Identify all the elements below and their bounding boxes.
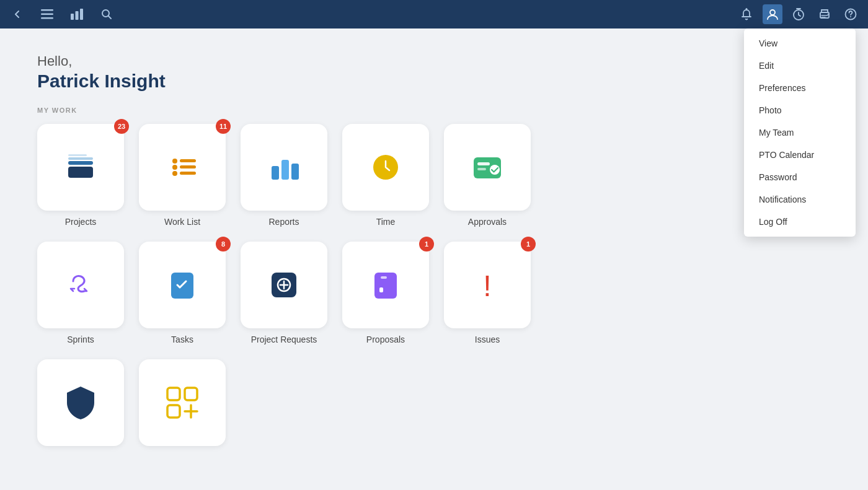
tile-wrapper-apps: [139, 359, 226, 446]
main-content: Hello, Patrick Insight MY WORK 23 Projec…: [0, 28, 868, 490]
projects-icon: [59, 146, 102, 189]
tile-time[interactable]: [342, 124, 429, 211]
dropdown-item-view[interactable]: View: [744, 32, 856, 55]
tile-issues[interactable]: 1 !: [444, 242, 531, 328]
timer-icon[interactable]: [789, 4, 808, 24]
help-icon[interactable]: [841, 4, 861, 24]
tile-project-requests[interactable]: [241, 242, 327, 328]
time-icon: [364, 146, 407, 189]
svg-rect-5: [80, 9, 83, 20]
svg-rect-4: [76, 11, 79, 20]
badge-tasks: 8: [216, 237, 231, 252]
section-label: MY WORK: [37, 107, 831, 114]
dropdown-item-pto-calendar[interactable]: PTO Calendar: [744, 144, 856, 166]
svg-rect-0: [41, 9, 53, 11]
proposals-icon: [364, 263, 407, 307]
tile-security[interactable]: [37, 359, 124, 446]
svg-rect-32: [477, 162, 490, 165]
svg-point-22: [172, 165, 177, 170]
svg-point-20: [172, 159, 177, 164]
label-reports: Reports: [268, 217, 299, 227]
label-tasks: Tasks: [171, 335, 193, 344]
tile-wrapper-projects: 23 Projects: [37, 124, 124, 227]
dropdown-item-my-team[interactable]: My Team: [744, 121, 856, 144]
print-icon[interactable]: [815, 4, 835, 24]
tasks-icon: [161, 263, 204, 307]
user-icon[interactable]: [763, 4, 782, 24]
svg-rect-3: [71, 14, 74, 20]
dropdown-item-preferences[interactable]: Preferences: [744, 77, 856, 99]
svg-rect-27: [272, 166, 279, 180]
tile-wrapper-approvals: Approvals: [444, 124, 531, 227]
dropdown-item-log-off[interactable]: Log Off: [744, 211, 856, 233]
tile-wrapper-sprints: Sprints: [37, 242, 124, 344]
svg-rect-42: [167, 388, 180, 400]
svg-rect-15: [68, 161, 93, 165]
dropdown-item-notifications[interactable]: Notifications: [744, 188, 856, 211]
badge-proposals: 1: [419, 237, 434, 252]
svg-rect-18: [68, 167, 93, 178]
tile-apps[interactable]: [139, 359, 226, 446]
security-icon: [59, 381, 102, 424]
tile-wrapper-issues: 1 ! Issues: [444, 242, 531, 344]
svg-rect-25: [180, 172, 196, 175]
search-icon[interactable]: [97, 4, 117, 24]
svg-rect-28: [281, 160, 289, 180]
tile-grid-row3: [37, 359, 831, 446]
greeting-name: Patrick Insight: [37, 71, 831, 92]
project-requests-icon: [262, 263, 306, 307]
back-icon[interactable]: [7, 4, 27, 24]
svg-point-13: [850, 16, 851, 17]
svg-rect-17: [68, 154, 87, 156]
tile-wrapper-security: [37, 359, 124, 446]
greeting-sub: Hello,: [37, 53, 831, 69]
tile-wrapper-worklist: 11 Work List: [139, 124, 226, 227]
tile-projects[interactable]: 23: [37, 124, 124, 211]
svg-point-7: [746, 8, 748, 10]
tile-wrapper-time: Time: [342, 124, 429, 227]
chart-icon[interactable]: [67, 4, 87, 24]
svg-point-11: [828, 14, 829, 15]
tile-reports[interactable]: [241, 124, 327, 211]
svg-rect-39: [381, 276, 387, 279]
svg-point-24: [172, 171, 177, 176]
worklist-icon: [161, 146, 204, 189]
dropdown-item-photo[interactable]: Photo: [744, 99, 856, 121]
svg-text:!: !: [483, 269, 491, 302]
label-worklist: Work List: [164, 217, 200, 227]
svg-rect-2: [41, 17, 53, 19]
label-approvals: Approvals: [468, 217, 507, 227]
dropdown-item-password[interactable]: Password: [744, 166, 856, 188]
reports-icon: [262, 146, 306, 189]
badge-worklist: 11: [216, 119, 231, 134]
tile-sprints[interactable]: [37, 242, 124, 328]
svg-point-8: [770, 10, 775, 15]
bell-icon[interactable]: [737, 4, 756, 24]
nav-left: [7, 4, 117, 24]
dropdown-item-edit[interactable]: Edit: [744, 55, 856, 77]
tile-proposals[interactable]: 1: [342, 242, 429, 328]
label-sprints: Sprints: [67, 335, 94, 344]
label-issues: Issues: [475, 335, 500, 344]
tile-wrapper-reports: Reports: [241, 124, 327, 227]
sprints-icon: [59, 263, 102, 307]
tile-wrapper-tasks: 8 Tasks: [139, 242, 226, 344]
svg-rect-21: [180, 159, 196, 162]
tile-grid-row2: Sprints 8 Tasks: [37, 242, 831, 344]
label-projects: Projects: [65, 217, 97, 227]
svg-rect-1: [41, 14, 53, 15]
tile-wrapper-project-requests: Project Requests: [241, 242, 327, 344]
menu-icon[interactable]: [37, 4, 57, 24]
tile-worklist[interactable]: 11: [139, 124, 226, 211]
issues-icon: !: [466, 263, 509, 307]
svg-rect-23: [180, 165, 196, 168]
tile-tasks[interactable]: 8: [139, 242, 226, 328]
label-project-requests: Project Requests: [251, 335, 317, 344]
top-nav: [0, 0, 868, 28]
badge-issues: 1: [521, 237, 536, 252]
svg-rect-16: [68, 157, 93, 160]
tile-approvals[interactable]: [444, 124, 531, 211]
svg-rect-33: [477, 168, 486, 170]
svg-rect-40: [379, 287, 383, 292]
label-proposals: Proposals: [366, 335, 405, 344]
